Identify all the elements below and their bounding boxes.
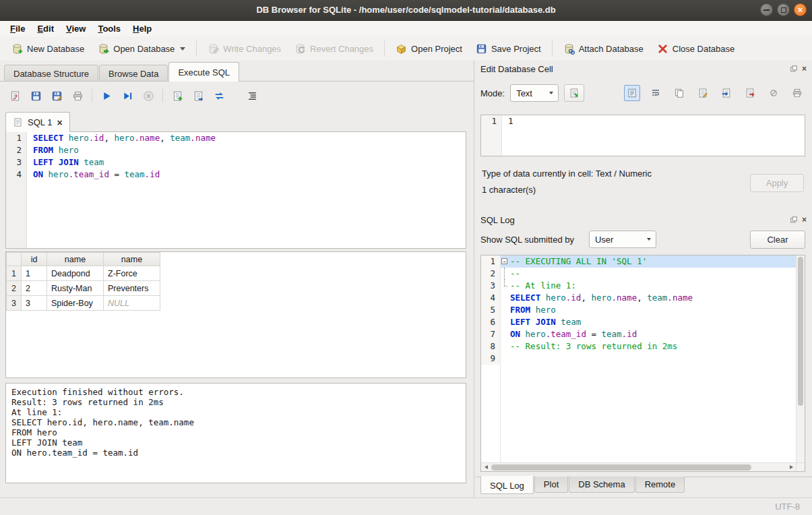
results-col-header[interactable]: name [47,253,104,266]
editor-line[interactable]: 4ON hero.team_id = team.id [6,169,466,181]
close-dock-icon[interactable]: × [802,216,807,224]
table-row: 22Rusty-ManPreventers [7,281,160,296]
log-vertical-scrollbar[interactable] [796,255,805,462]
maximize-button[interactable] [777,3,790,16]
menu-item-view[interactable]: View [60,21,92,36]
write-changes-button: Write Changes [201,38,287,59]
sql-log-line[interactable]: 5FROM hero [481,304,805,316]
fold-toggle-icon[interactable] [500,255,510,268]
titlebar[interactable]: DB Browser for SQLite - /home/user/code/… [0,0,812,21]
sql-log-line[interactable]: 8-- Result: 3 rows returned in 2ms [481,340,805,353]
new-tab-icon[interactable] [170,89,184,102]
results-cell[interactable]: Preventers [104,281,160,296]
tab-browse-data[interactable]: Browse Data [99,65,168,82]
tab-sql-log[interactable]: SQL Log [480,476,534,494]
word-wrap-icon[interactable] [648,85,664,101]
tab-db-schema[interactable]: DB Schema [569,477,634,493]
sql-log-line[interactable]: 3-- At line 1: [481,280,805,292]
fold-guide [500,268,510,280]
scroll-right-arrow-icon[interactable] [786,463,796,471]
float-dock-icon[interactable] [790,216,797,223]
close-window-button[interactable]: × [794,3,807,16]
sql-log-line[interactable]: 1-- EXECUTING ALL IN 'SQL 1' [481,255,805,268]
copy-icon[interactable] [671,85,687,101]
close-dock-icon[interactable]: × [802,65,807,73]
editor-line[interactable]: 2FROM hero [6,144,466,156]
row-number[interactable]: 2 [7,281,22,296]
save-sql-as-icon[interactable] [50,89,63,102]
open-project-button[interactable]: Open Project [389,38,468,59]
sql-tab[interactable]: SQL 1 × [5,112,70,132]
clear-log-button[interactable]: Clear [750,231,805,249]
menu-item-tools[interactable]: Tools [92,21,127,36]
attach-database-button[interactable]: Attach Database [557,38,650,59]
sql-log-line[interactable]: 4SELECT hero.id, hero.name, team.name [481,292,805,304]
save-project-button[interactable]: Save Project [470,38,547,59]
menu-item-help[interactable]: Help [127,21,158,36]
open-tab-icon[interactable] [191,89,205,102]
export-icon[interactable] [742,85,758,101]
new-database-button[interactable]: New Database [5,38,90,59]
row-number[interactable]: 1 [7,266,22,281]
sql-log-line[interactable]: 7ON hero.team_id = team.id [481,328,805,340]
results-table: idnamename11DeadpondZ-Force22Rusty-ManPr… [6,252,160,311]
tab-database-structure[interactable]: Database Structure [4,65,98,82]
results-cell[interactable]: 3 [22,296,47,311]
toolbar-separator [552,40,553,57]
log-filter-select[interactable]: User [589,231,656,248]
results-cell[interactable]: Z-Force [104,266,160,281]
tab-execute-sql[interactable]: Execute SQL [168,62,239,82]
save-sql-file-icon[interactable] [29,89,42,102]
execute-all-icon[interactable] [100,89,113,102]
sql-log-line[interactable]: 6LEFT JOIN team [481,316,805,328]
edit-external-icon[interactable] [695,85,711,101]
open-database-label: Open Database [113,44,175,54]
scrollbar-thumb[interactable] [491,464,751,471]
mode-select[interactable]: Text [510,84,559,102]
find-replace-icon[interactable] [212,89,226,102]
sql-log-line[interactable]: 2-- [481,268,805,280]
tab-remote[interactable]: Remote [635,477,685,493]
editor-line[interactable]: 3LEFT JOIN team [6,156,466,169]
close-tab-icon[interactable]: × [57,118,62,127]
cell-editor[interactable]: 1 1 [480,115,805,156]
import-from-file-button[interactable] [564,84,584,102]
sql-log-view[interactable]: 1-- EXECUTING ALL IN 'SQL 1'2--3-- At li… [480,255,805,472]
import-icon[interactable] [718,85,735,101]
execution-output[interactable]: Execution finished without errors. Resul… [5,383,466,483]
new-database-label: New Database [27,44,84,54]
sql-file-icon [13,117,23,127]
auto-format-icon[interactable] [245,89,259,102]
menu-item-file[interactable]: File [4,21,31,36]
open-sql-file-icon[interactable] [8,89,22,102]
execute-sql-toolbar [8,85,259,107]
minimize-button[interactable] [760,3,773,16]
close-database-button[interactable]: Close Database [651,38,741,59]
print-cell-icon[interactable] [789,85,805,101]
attach-database-label: Attach Database [579,44,644,54]
results-col-header[interactable]: id [22,253,47,266]
tab-plot[interactable]: Plot [534,477,568,493]
results-cell[interactable]: 2 [22,281,47,296]
results-cell[interactable]: 1 [22,266,47,281]
log-horizontal-scrollbar[interactable] [481,462,796,471]
sql-log-line[interactable]: 9 [481,353,805,365]
scroll-left-arrow-icon[interactable] [481,463,491,471]
print-icon[interactable] [71,89,84,102]
stop-icon [142,89,155,102]
results-cell[interactable]: Deadpond [47,266,104,281]
results-cell[interactable]: Spider-Boy [47,296,104,311]
set-null-icon[interactable] [766,85,782,101]
text-view-icon[interactable] [624,85,640,101]
row-number[interactable]: 3 [7,296,22,311]
open-database-button[interactable]: Open Database [92,38,191,59]
scrollbar-thumb[interactable] [798,257,803,406]
editor-line[interactable]: 1SELECT hero.id, hero.name, team.name [6,132,466,144]
results-cell[interactable]: NULL [104,296,160,311]
menu-item-edit[interactable]: Edit [31,21,60,36]
results-cell[interactable]: Rusty-Man [47,281,104,296]
float-dock-icon[interactable] [790,65,797,72]
sql-editor[interactable]: 1SELECT hero.id, hero.name, team.name2FR… [5,131,466,249]
execute-current-line-icon[interactable] [121,89,134,102]
results-col-header[interactable]: name [104,253,160,266]
